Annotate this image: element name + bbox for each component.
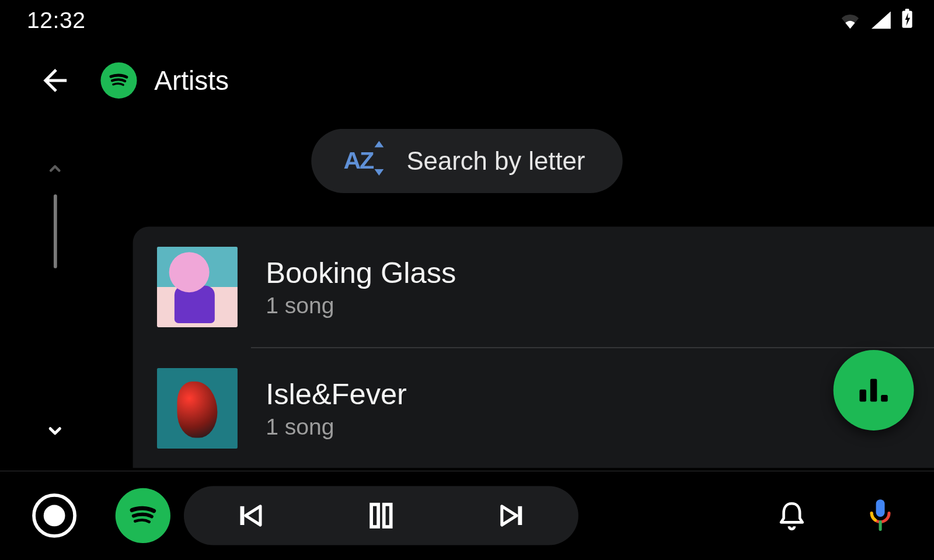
az-sort-icon: AZ [343, 142, 381, 180]
bottom-bar [0, 471, 934, 560]
media-controls [184, 486, 578, 545]
spotify-app-button[interactable] [116, 488, 170, 543]
artist-row[interactable]: Booking Glass 1 song [133, 227, 934, 348]
svg-rect-4 [384, 505, 391, 527]
search-by-letter-label: Search by letter [406, 146, 585, 175]
app-bar: Artists [0, 54, 934, 107]
svg-rect-3 [371, 505, 378, 527]
artist-thumbnail [157, 247, 238, 327]
wifi-icon [839, 12, 862, 32]
search-by-letter-button[interactable]: AZ Search by letter [311, 129, 622, 193]
artist-song-count: 1 song [266, 414, 407, 440]
back-button[interactable] [35, 60, 75, 100]
now-playing-fab[interactable] [834, 350, 914, 430]
status-icons [839, 9, 914, 32]
artist-row[interactable]: Isle&Fever 1 song [133, 348, 934, 468]
artist-list: Booking Glass 1 song Isle&Fever 1 song [133, 227, 934, 468]
artist-song-count: 1 song [266, 292, 456, 318]
status-bar: 12:32 [0, 0, 934, 40]
battery-charging-icon [901, 9, 914, 32]
scroll-down-button[interactable] [41, 417, 68, 444]
scroll-up-button[interactable] [41, 156, 68, 183]
clock: 12:32 [27, 7, 86, 33]
svg-rect-2 [240, 506, 244, 525]
svg-rect-6 [876, 499, 885, 517]
artist-thumbnail [157, 368, 238, 449]
circle-dot-icon [44, 505, 65, 527]
next-track-button[interactable] [494, 497, 531, 534]
cellular-icon [871, 12, 891, 32]
scroll-affordance [41, 156, 68, 444]
notifications-button[interactable] [771, 494, 814, 537]
previous-track-button[interactable] [231, 497, 268, 534]
voice-assistant-button[interactable] [859, 494, 902, 537]
pause-button[interactable] [363, 497, 400, 534]
equalizer-icon [859, 379, 887, 401]
svg-rect-5 [518, 506, 522, 525]
scroll-indicator [53, 194, 57, 268]
artist-name: Isle&Fever [266, 377, 407, 411]
svg-rect-1 [905, 9, 909, 12]
artist-name: Booking Glass [266, 256, 456, 289]
page-title: Artists [154, 65, 229, 96]
app-launcher-button[interactable] [32, 494, 76, 538]
spotify-icon [100, 62, 137, 99]
